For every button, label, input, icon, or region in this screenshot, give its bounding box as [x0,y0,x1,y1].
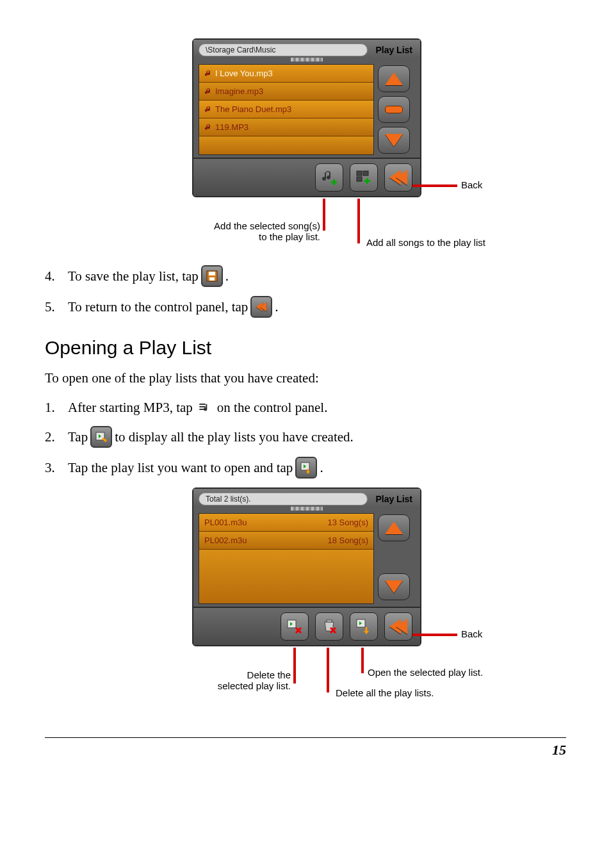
status-field: Total 2 list(s). [199,493,368,505]
playlist-name: PL001.m3u [204,518,247,527]
playlist-menu-icon [195,398,215,417]
screen-title: Play List [373,494,415,504]
playlist-count: 18 Song(s) [327,536,368,545]
list-item[interactable]: 119.MP3 [199,119,373,136]
callout-back-2: Back [461,628,482,639]
playlist-open-icon [355,618,372,635]
svg-rect-7 [199,406,205,407]
playlist-count: 13 Song(s) [327,518,368,527]
path-field[interactable]: \Storage Card\Music [199,44,368,56]
svg-rect-1 [363,171,368,176]
player-toolbar [193,158,420,196]
step-text-end: on the control panel. [217,400,328,416]
song-name: The Piano Duet.mp3 [215,104,291,114]
player-screenshot-1: \Storage Card\Music Play List I Love You… [192,38,421,197]
step-text: After starting MP3, tap [68,400,193,416]
open-step-1: 1. After starting MP3, tap on the contro… [45,398,566,417]
music-note-icon [204,123,213,131]
delete-selected-button[interactable] [281,612,309,641]
callout-add-selected: Add the selected song(s) to the play lis… [186,220,320,242]
section-intro: To open one of the play lists that you h… [45,370,566,386]
step-text: Tap the play list you want to open and t… [68,460,293,476]
player-screenshot-2: Total 2 list(s). Play List PL001.m3u 13 … [192,487,421,646]
svg-rect-5 [209,277,215,281]
trash-delete-icon [321,618,338,635]
back-button[interactable] [384,612,412,641]
music-note-icon [204,69,213,78]
back-arrow-icon [389,170,407,185]
song-name: I Love You.mp3 [215,69,273,78]
figure-add-songs: \Storage Card\Music Play List I Love You… [192,38,566,256]
step-number: 2. [45,429,68,445]
playlist-name: PL002.m3u [204,536,247,545]
open-step-3: 3. Tap the play list you want to open an… [45,457,566,479]
back-arrow-icon [389,619,407,634]
playlist-delete-icon [286,618,303,635]
music-note-icon [204,105,213,113]
scroll-buttons [377,511,420,607]
song-name: 119.MP3 [215,122,248,132]
svg-rect-0 [357,171,362,176]
back-icon [250,296,272,318]
step-text-end: . [225,268,229,284]
list-item[interactable]: Imagine.mp3 [199,83,373,101]
open-folder-icon [90,426,112,448]
back-button[interactable] [384,163,412,192]
scroll-buttons [377,61,420,158]
section-heading: Opening a Play List [45,337,566,359]
svg-rect-4 [209,272,215,275]
svg-marker-20 [364,631,369,634]
triangle-up-icon [385,72,403,85]
player-toolbar [193,607,420,645]
player-header: Total 2 list(s). Play List [193,489,420,507]
player-header: \Storage Card\Music Play List [193,40,420,58]
scroll-down-button[interactable] [378,573,410,600]
remove-button[interactable] [378,96,410,123]
step-number: 1. [45,400,68,416]
callout-delete-selected: Delete the selected play list. [179,669,291,691]
step-text-end: to display all the play lists you have c… [115,429,354,445]
list-item[interactable]: PL002.m3u 18 Song(s) [199,532,373,550]
open-playlist-button[interactable] [350,612,378,641]
song-list[interactable]: I Love You.mp3 Imagine.mp3 The Piano Due… [199,64,374,155]
step-text: To return to the control panel, tap [68,299,248,315]
add-all-button[interactable] [350,163,378,192]
list-item[interactable]: PL001.m3u 13 Song(s) [199,514,373,532]
grip-icon [291,507,323,511]
step-text: Tap [68,429,88,445]
music-all-plus-icon [355,169,372,186]
page-number: 15 [45,742,566,758]
svg-rect-2 [357,177,362,181]
callout-back: Back [461,179,482,190]
add-selected-button[interactable] [315,163,343,192]
open-step-2: 2. Tap to display all the play lists you… [45,426,566,448]
step-number: 4. [45,268,68,284]
svg-marker-14 [306,471,310,474]
list-item[interactable]: The Piano Duet.mp3 [199,101,373,119]
scroll-down-button[interactable] [378,127,410,154]
step-5: 5. To return to the control panel, tap . [45,296,566,318]
step-text: To save the play list, tap [68,268,199,284]
music-note-icon [204,87,213,95]
list-item[interactable]: I Love You.mp3 [199,65,373,83]
playlist-list[interactable]: PL001.m3u 13 Song(s) PL002.m3u 18 Song(s… [199,513,374,604]
step-number: 5. [45,299,68,315]
scroll-up-button[interactable] [378,514,410,541]
svg-rect-6 [199,404,205,405]
triangle-down-icon [385,580,403,593]
triangle-down-icon [385,134,403,147]
save-icon [201,265,223,287]
callout-open-selected: Open the selected play list. [368,667,483,678]
figure-open-playlist: Total 2 list(s). Play List PL001.m3u 13 … [179,487,566,718]
triangle-up-icon [385,521,403,534]
grip-icon [291,58,323,61]
footer-rule [45,737,566,738]
minus-icon [385,106,403,113]
scroll-up-button[interactable] [378,65,410,92]
screen-title: Play List [373,45,415,55]
open-playlist-icon [295,457,317,479]
music-plus-icon [321,169,338,186]
delete-all-button[interactable] [315,612,343,641]
callout-add-all: Add all songs to the play list [366,237,485,248]
step-4: 4. To save the play list, tap . [45,265,566,287]
